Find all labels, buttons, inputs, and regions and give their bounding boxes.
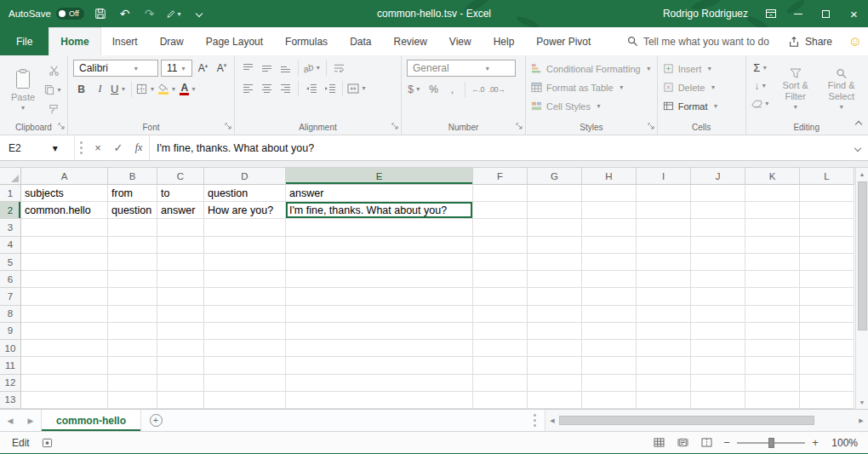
cell-I5[interactable] bbox=[637, 254, 691, 271]
page-break-view-button[interactable] bbox=[696, 434, 717, 452]
pen-tool-button[interactable] bbox=[166, 4, 183, 23]
tab-power-pivot[interactable]: Power Pivot bbox=[525, 27, 602, 55]
cell-K11[interactable] bbox=[745, 357, 800, 374]
cell-H11[interactable] bbox=[582, 357, 637, 374]
cell-H9[interactable] bbox=[582, 323, 637, 340]
font-color-button[interactable]: A bbox=[180, 81, 197, 97]
cell-A9[interactable] bbox=[21, 323, 108, 340]
cell-F13[interactable] bbox=[473, 392, 528, 409]
cell-B6[interactable] bbox=[108, 271, 157, 288]
cell-D3[interactable] bbox=[204, 219, 286, 236]
row-header-4[interactable]: 4 bbox=[0, 237, 21, 254]
cell-I2[interactable] bbox=[637, 202, 691, 219]
cell-E5[interactable] bbox=[286, 254, 473, 271]
cell-J10[interactable] bbox=[691, 340, 745, 357]
cell-D13[interactable] bbox=[204, 392, 286, 409]
cell-D2[interactable]: How are you? bbox=[204, 202, 286, 219]
conditional-formatting-button[interactable]: Conditional Formatting bbox=[531, 60, 653, 78]
cell-B12[interactable] bbox=[108, 375, 157, 392]
customize-quick-access-button[interactable] bbox=[191, 4, 208, 23]
copy-button[interactable] bbox=[44, 82, 63, 98]
align-center-button[interactable] bbox=[259, 80, 275, 96]
cell-K3[interactable] bbox=[745, 219, 800, 236]
cell-E1[interactable]: answer bbox=[286, 185, 473, 202]
row-header-9[interactable]: 9 bbox=[0, 323, 21, 340]
cell-J9[interactable] bbox=[691, 323, 745, 340]
cell-I6[interactable] bbox=[637, 271, 691, 288]
scroll-right-icon[interactable]: ▶ bbox=[854, 417, 868, 424]
decrease-indent-button[interactable] bbox=[303, 80, 319, 96]
fill-color-button[interactable] bbox=[158, 81, 177, 97]
cell-G3[interactable] bbox=[528, 219, 582, 236]
tab-view[interactable]: View bbox=[438, 27, 483, 55]
cell-A6[interactable] bbox=[21, 271, 108, 288]
cell-L6[interactable] bbox=[800, 271, 854, 288]
format-cells-button[interactable]: Format bbox=[663, 97, 741, 115]
row-header-6[interactable]: 6 bbox=[0, 271, 21, 288]
cell-D4[interactable] bbox=[204, 237, 286, 254]
cell-L5[interactable] bbox=[800, 254, 854, 271]
cell-F1[interactable] bbox=[473, 185, 528, 202]
cell-K8[interactable] bbox=[745, 306, 800, 323]
cell-L2[interactable] bbox=[800, 202, 854, 219]
row-header-11[interactable]: 11 bbox=[0, 357, 21, 374]
cell-G1[interactable] bbox=[528, 185, 582, 202]
tab-draw[interactable]: Draw bbox=[149, 27, 195, 55]
row-header-8[interactable]: 8 bbox=[0, 306, 21, 323]
cell-E3[interactable] bbox=[286, 219, 473, 236]
cell-L11[interactable] bbox=[800, 357, 854, 374]
ribbon-display-options-button[interactable] bbox=[758, 0, 784, 27]
zoom-in-button[interactable]: + bbox=[808, 436, 822, 449]
cell-H7[interactable] bbox=[582, 288, 637, 305]
cell-K10[interactable] bbox=[745, 340, 800, 357]
cell-C12[interactable] bbox=[157, 375, 204, 392]
cell-E13[interactable] bbox=[286, 392, 473, 409]
cell-J4[interactable] bbox=[691, 237, 745, 254]
column-header-A[interactable]: A bbox=[21, 168, 108, 185]
row-header-1[interactable]: 1 bbox=[0, 185, 21, 202]
cell-F4[interactable] bbox=[473, 237, 528, 254]
cell-G6[interactable] bbox=[528, 271, 582, 288]
cell-C11[interactable] bbox=[157, 357, 204, 374]
cell-A11[interactable] bbox=[21, 357, 108, 374]
cell-C7[interactable] bbox=[157, 288, 204, 305]
cell-A1[interactable]: subjects bbox=[21, 185, 108, 202]
cell-D10[interactable] bbox=[204, 340, 286, 357]
column-header-E[interactable]: E bbox=[286, 168, 473, 185]
font-dialog-launcher[interactable] bbox=[225, 122, 231, 131]
cell-H3[interactable] bbox=[582, 219, 637, 236]
cell-K7[interactable] bbox=[745, 288, 800, 305]
cell-C8[interactable] bbox=[157, 306, 204, 323]
cell-F2[interactable] bbox=[473, 202, 528, 219]
cell-E4[interactable] bbox=[286, 237, 473, 254]
tab-page-layout[interactable]: Page Layout bbox=[195, 27, 274, 55]
cell-H12[interactable] bbox=[582, 375, 637, 392]
cell-L9[interactable] bbox=[800, 323, 854, 340]
column-header-H[interactable]: H bbox=[582, 168, 637, 185]
cell-C13[interactable] bbox=[157, 392, 204, 409]
new-sheet-button[interactable]: + bbox=[141, 410, 170, 431]
zoom-level[interactable]: 100% bbox=[825, 437, 858, 449]
cell-J7[interactable] bbox=[691, 288, 745, 305]
page-layout-view-button[interactable] bbox=[672, 434, 693, 452]
cell-J1[interactable] bbox=[691, 185, 745, 202]
zoom-slider-thumb[interactable] bbox=[768, 438, 774, 448]
format-painter-button[interactable] bbox=[44, 101, 63, 118]
cell-E6[interactable] bbox=[286, 271, 473, 288]
cell-J2[interactable] bbox=[691, 202, 745, 219]
cell-D5[interactable] bbox=[204, 254, 286, 271]
vertical-scrollbar[interactable]: ▲ ▼ bbox=[855, 168, 868, 409]
sort-filter-button[interactable]: Sort & Filter bbox=[774, 60, 817, 119]
find-select-button[interactable]: Find & Select bbox=[820, 60, 863, 119]
cell-E2[interactable]: I'm fine, thanks. What about you? bbox=[286, 202, 473, 219]
column-header-B[interactable]: B bbox=[108, 168, 157, 185]
autosum-button[interactable]: Σ bbox=[751, 60, 771, 76]
cell-F6[interactable] bbox=[473, 271, 528, 288]
cell-H4[interactable] bbox=[582, 237, 637, 254]
delete-cells-button[interactable]: Delete bbox=[663, 78, 741, 96]
cell-J12[interactable] bbox=[691, 375, 745, 392]
cell-F5[interactable] bbox=[473, 254, 528, 271]
cell-K6[interactable] bbox=[745, 271, 800, 288]
cell-A7[interactable] bbox=[21, 288, 108, 305]
cell-C5[interactable] bbox=[157, 254, 204, 271]
